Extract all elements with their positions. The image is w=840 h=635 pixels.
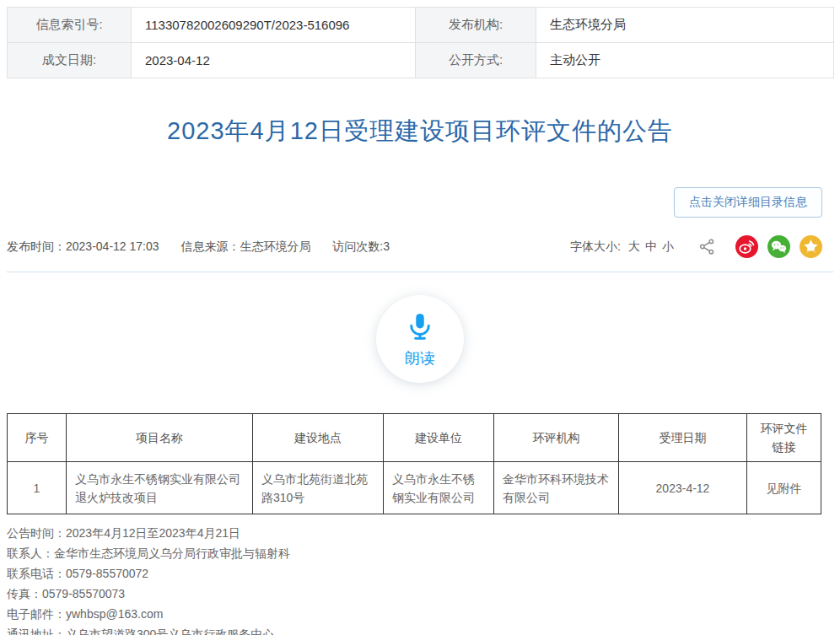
col-header-eia-agency: 环评机构 bbox=[494, 414, 619, 462]
info-value-publish-org: 生态环境分局 bbox=[536, 8, 834, 43]
read-aloud-button[interactable]: 朗读 bbox=[376, 295, 464, 383]
info-label-written-date: 成文日期: bbox=[8, 43, 132, 78]
font-size-small-button[interactable]: 小 bbox=[662, 239, 674, 255]
contact-person-line: 联系人：金华市生态环境局义乌分局行政审批与辐射科 bbox=[7, 543, 833, 563]
font-size-medium-button[interactable]: 中 bbox=[645, 239, 657, 255]
document-info-table: 信息索引号: 11330782002609290T/2023-516096 发布… bbox=[7, 7, 834, 78]
font-size-large-button[interactable]: 大 bbox=[628, 239, 640, 255]
info-row: 成文日期: 2023-04-12 公开方式: 主动公开 bbox=[8, 43, 834, 78]
col-header-eia-file-link: 环评文件链接 bbox=[747, 414, 821, 462]
cell-attachment-link[interactable]: 见附件 bbox=[747, 462, 821, 514]
meta-row: 发布时间：2023-04-12 17:03 信息来源：生态环境分局 访问次数:3… bbox=[7, 229, 833, 272]
col-header-seq: 序号 bbox=[8, 414, 67, 462]
read-aloud-wrap: 朗读 bbox=[7, 295, 833, 383]
info-label-index-number: 信息索引号: bbox=[8, 8, 132, 43]
cell-location: 义乌市北苑街道北苑路310号 bbox=[253, 462, 384, 514]
meta-right: 字体大小: 大 中 小 bbox=[570, 235, 822, 258]
qzone-share-icon[interactable] bbox=[800, 235, 822, 258]
info-label-publish-org: 发布机构: bbox=[416, 8, 536, 43]
col-header-builder: 建设单位 bbox=[384, 414, 494, 462]
microphone-icon bbox=[404, 310, 436, 346]
projects-table: 序号 项目名称 建设地点 建设单位 环评机构 受理日期 环评文件链接 1 义乌市… bbox=[7, 413, 821, 514]
notice-period-line: 公告时间：2023年4月12日至2023年4月21日 bbox=[7, 523, 833, 543]
col-header-location: 建设地点 bbox=[253, 414, 384, 462]
fax-line: 传真：0579-85570073 bbox=[7, 584, 833, 604]
cell-builder: 义乌市永生不锈钢实业有限公司 bbox=[384, 462, 494, 514]
visit-count-text: 访问次数:3 bbox=[332, 239, 390, 253]
info-row: 信息索引号: 11330782002609290T/2023-516096 发布… bbox=[8, 8, 834, 43]
cell-project-name: 义乌市永生不锈钢实业有限公司退火炉技改项目 bbox=[67, 462, 253, 514]
email-line: 电子邮件：ywhbsp@163.com bbox=[7, 604, 833, 624]
toggle-button-row: 点击关闭详细目录信息 bbox=[7, 187, 833, 218]
font-size-label: 字体大小: bbox=[570, 239, 621, 255]
info-value-disclosure-method: 主动公开 bbox=[536, 43, 834, 78]
projects-table-header-row: 序号 项目名称 建设地点 建设单位 环评机构 受理日期 环评文件链接 bbox=[8, 414, 821, 462]
info-value-index-number: 11330782002609290T/2023-516096 bbox=[132, 8, 416, 43]
table-row: 1 义乌市永生不锈钢实业有限公司退火炉技改项目 义乌市北苑街道北苑路310号 义… bbox=[8, 462, 821, 514]
col-header-project-name: 项目名称 bbox=[67, 414, 253, 462]
contact-phone-line: 联系电话：0579-85570072 bbox=[7, 563, 833, 584]
info-source-text: 信息来源：生态环境分局 bbox=[180, 239, 310, 253]
meta-left: 发布时间：2023-04-12 17:03 信息来源：生态环境分局 访问次数:3 bbox=[7, 239, 408, 255]
address-line: 通讯地址：义乌市望道路300号义乌市行政服务中心 bbox=[7, 624, 833, 635]
col-header-accept-date: 受理日期 bbox=[619, 414, 747, 462]
publish-time-text: 发布时间：2023-04-12 17:03 bbox=[7, 239, 159, 253]
read-aloud-label: 朗读 bbox=[405, 348, 435, 369]
footer-notes: 公告时间：2023年4月12日至2023年4月21日 联系人：金华市生态环境局义… bbox=[7, 523, 833, 635]
wechat-share-icon[interactable] bbox=[767, 235, 790, 258]
cell-seq: 1 bbox=[8, 462, 67, 514]
page: 信息索引号: 11330782002609290T/2023-516096 发布… bbox=[0, 0, 840, 635]
share-icon[interactable] bbox=[698, 238, 716, 256]
toggle-directory-button[interactable]: 点击关闭详细目录信息 bbox=[674, 187, 822, 218]
info-value-written-date: 2023-04-12 bbox=[132, 43, 416, 78]
cell-eia-agency: 金华市环科环境技术有限公司 bbox=[494, 462, 619, 514]
cell-accept-date: 2023-4-12 bbox=[619, 462, 747, 514]
weibo-share-icon[interactable] bbox=[735, 235, 758, 258]
info-label-disclosure-method: 公开方式: bbox=[416, 43, 536, 78]
page-title: 2023年4月12日受理建设项目环评文件的公告 bbox=[7, 115, 833, 148]
